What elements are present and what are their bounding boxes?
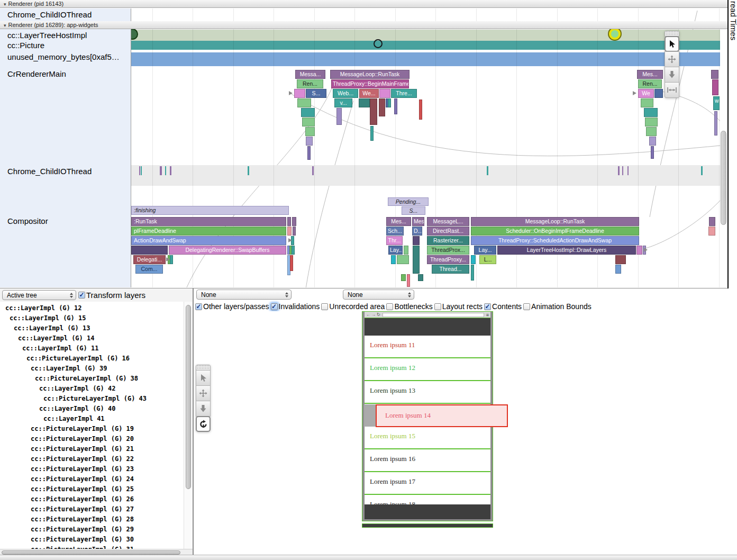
trace-event[interactable]: DelegatingRenderer::SwapBuffers [169, 246, 286, 255]
tree-item[interactable]: cc::PictureLayerImpl (G) 25 [0, 484, 184, 494]
tree-vscrollbar-track[interactable] [184, 302, 193, 549]
trace-event[interactable] [287, 217, 291, 226]
tile-heatmap-select[interactable]: None [343, 290, 414, 300]
trace-event[interactable] [615, 255, 626, 264]
trace-tick[interactable] [622, 166, 623, 175]
trace-event[interactable] [413, 236, 420, 245]
tree-item[interactable]: cc::PictureLayerImpl (G) 31 [0, 545, 184, 549]
layer-viewport[interactable]: ← → ↻ ≡ Lorem ipsum 11Lorem ipsum 12Lore… [194, 311, 737, 549]
timing-tool-button[interactable] [665, 82, 679, 98]
trace-event[interactable] [301, 108, 315, 117]
trace-event[interactable] [397, 255, 409, 264]
trace-event[interactable]: Lay... [474, 246, 496, 255]
counter-track-row[interactable] [131, 52, 720, 66]
checkbox-animation-bounds[interactable]: Animation Bounds [523, 302, 592, 311]
trace-event[interactable]: Scheduler::OnBeginImplFrameDeadline [471, 227, 639, 236]
trace-event[interactable] [287, 227, 292, 236]
pan-tool-button[interactable] [196, 385, 211, 401]
tree-item[interactable]: cc::PictureLayerImpl (G) 29 [0, 525, 184, 535]
trace-event[interactable]: Thre... [391, 89, 417, 98]
trace-event[interactable] [297, 98, 311, 107]
tree-hscrollbar-thumb[interactable] [2, 550, 180, 555]
trace-event[interactable] [649, 137, 656, 146]
tree-item[interactable]: cc::PictureLayerImpl (G) 16 [0, 354, 184, 364]
trace-event[interactable]: ThreadProxy... [427, 255, 469, 264]
trace-event[interactable]: Delegati... [133, 255, 166, 264]
tree-item[interactable]: cc::PictureLayerImpl (G) 20 [0, 434, 184, 444]
trace-tick[interactable] [618, 166, 620, 175]
trace-event[interactable] [131, 246, 168, 255]
timeline-vscrollbar-thumb[interactable] [721, 131, 726, 225]
tree-item[interactable]: cc::LayerImpl 41 [0, 414, 184, 424]
trace-event[interactable]: ThreadProxy::BeginMainFrame [331, 79, 409, 88]
trace-event[interactable]: Pending... [388, 197, 429, 206]
rotate-tool-button[interactable] [196, 416, 211, 432]
trace-event[interactable]: plFrameDeadline [131, 227, 286, 236]
tree-item[interactable]: cc::PictureLayerImpl (G) 27 [0, 504, 184, 514]
counter-track-row[interactable] [131, 41, 720, 50]
thread-times-tab[interactable]: read Times [727, 0, 737, 288]
trace-tick[interactable] [139, 166, 140, 175]
tree-item[interactable]: cc::PictureLayerImpl (G) 30 [0, 535, 184, 545]
checkbox-contents[interactable]: ✓Contents [484, 302, 522, 311]
trace-event[interactable] [170, 255, 173, 264]
trace-event[interactable]: MessageL... [427, 217, 469, 226]
trace-event[interactable] [651, 146, 654, 159]
trace-event[interactable] [407, 274, 410, 287]
trace-event[interactable] [292, 217, 296, 226]
trace-event[interactable] [379, 89, 390, 98]
tree-item[interactable]: cc::PictureLayerImpl (G) 28 [0, 514, 184, 525]
trace-event[interactable] [388, 98, 391, 107]
trace-event[interactable]: DirectRast... [427, 227, 469, 236]
checkbox-layout-rects[interactable]: Layout rects [434, 302, 483, 311]
trace-event[interactable]: MessageLoop::RunTask [471, 217, 639, 226]
trace-event[interactable] [641, 98, 653, 107]
checkbox-invalidations[interactable]: ✓Invalidations [271, 302, 320, 311]
trace-event[interactable]: S... [402, 206, 425, 215]
tree-item[interactable]: cc::PictureLayerImpl (G) 26 [0, 494, 184, 504]
trace-event[interactable] [714, 111, 717, 136]
trace-tick[interactable] [165, 166, 166, 175]
trace-event[interactable] [404, 246, 408, 255]
tree-item[interactable]: cc::PictureLayerImpl (G) 23 [0, 464, 184, 474]
trace-tick[interactable] [312, 166, 314, 175]
trace-event[interactable] [394, 98, 397, 114]
trace-event[interactable] [709, 217, 715, 226]
trace-event[interactable]: We... [359, 89, 379, 98]
trace-event[interactable]: :finishing [131, 206, 289, 215]
trace-event[interactable] [708, 227, 715, 236]
tree-item[interactable]: cc::PictureLayerImpl (G) 24 [0, 474, 184, 484]
trace-event[interactable]: Mes... [637, 70, 663, 79]
process-header-16289[interactable]: ▾Renderer (pid 16289): app-widgets [0, 21, 728, 29]
trace-event[interactable] [302, 118, 315, 127]
counter-track-row[interactable] [131, 30, 720, 41]
trace-event[interactable]: ThreadProxy::ScheduledActionDrawAndSwap [471, 236, 639, 245]
tree-item[interactable]: cc::LayerImpl (G) 15 [0, 313, 184, 323]
tree-item[interactable]: cc::PictureLayerImpl (G) 38 [0, 374, 184, 384]
trace-event[interactable] [307, 146, 311, 160]
checkbox-bottlenecks[interactable]: Bottlenecks [386, 302, 432, 311]
tree-item[interactable]: cc::LayerImpl (G) 12 [0, 303, 184, 313]
trace-event[interactable]: S... [306, 89, 326, 98]
tree-item[interactable]: cc::PictureLayerImpl (G) 21 [0, 444, 184, 454]
trace-event[interactable]: ActionDrawAndSwap [131, 236, 286, 245]
pan-tool-button[interactable] [665, 51, 679, 67]
tree-item[interactable]: cc::PictureLayerImpl (G) 22 [0, 454, 184, 464]
trace-event[interactable]: Web... [333, 89, 358, 98]
trace-event[interactable] [336, 108, 342, 125]
trace-event[interactable]: Thr... [386, 236, 403, 245]
transform-layers-checkbox[interactable]: ✓ Transform layers [78, 291, 145, 300]
trace-event[interactable]: w [713, 96, 720, 110]
view-option-select[interactable]: None [196, 290, 292, 300]
trace-event[interactable] [419, 100, 422, 120]
zoom-tool-button[interactable] [196, 401, 211, 417]
process-header-16143[interactable]: ▾Renderer (pid 16143) [0, 0, 728, 8]
trace-tick[interactable] [487, 166, 488, 175]
trace-event[interactable]: Com... [135, 265, 163, 274]
tree-item[interactable]: cc::PictureLayerImpl (G) 19 [0, 424, 184, 434]
trace-event[interactable]: Rasterizer... [427, 236, 469, 245]
trace-event[interactable] [370, 126, 374, 141]
zoom-tool-button[interactable] [665, 67, 679, 83]
trace-event[interactable] [293, 227, 296, 236]
trace-tick[interactable] [701, 166, 703, 175]
